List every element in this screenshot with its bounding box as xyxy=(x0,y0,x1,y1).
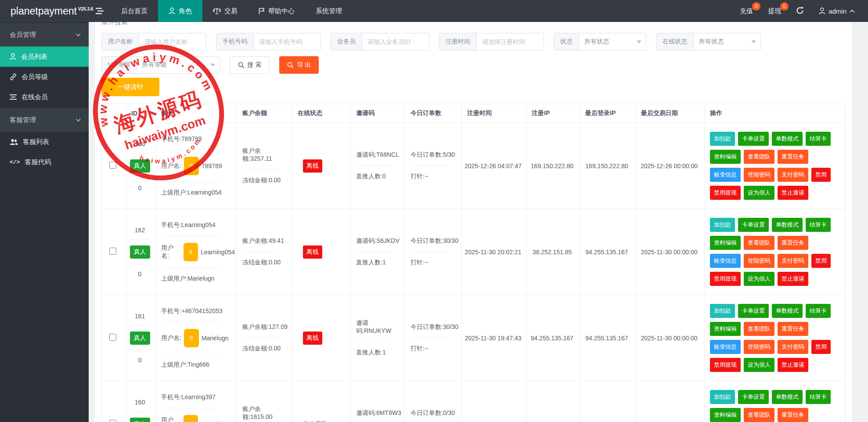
username-label: 用户名: xyxy=(161,334,181,342)
online-status: 从未登陆 xyxy=(303,420,328,422)
action-button[interactable]: 账变信息 xyxy=(710,168,741,182)
real-user-badge: 真人 xyxy=(130,159,150,173)
header-invite-code: 邀请码 xyxy=(351,104,405,123)
action-button[interactable]: 登陆密码 xyxy=(744,168,774,182)
refresh-icon xyxy=(796,7,804,14)
action-button[interactable]: 重置任务 xyxy=(778,236,808,250)
reg-time-input[interactable] xyxy=(477,33,544,50)
row-checkbox[interactable] xyxy=(109,162,116,169)
online-status-select[interactable]: 所有状态 xyxy=(694,33,760,50)
action-button[interactable]: 资料编辑 xyxy=(710,408,741,422)
refresh-button[interactable] xyxy=(796,7,804,16)
sidebar-item-service-list[interactable]: 客服列表 xyxy=(0,132,89,152)
action-button[interactable]: 账变信息 xyxy=(710,340,741,354)
admin-menu[interactable]: admin xyxy=(819,7,855,15)
action-button[interactable]: 禁用 xyxy=(811,340,831,354)
table-row: 160 真人 0 手机号:Learning397 用户名: 0 Learning… xyxy=(102,381,846,422)
topnav-item-trades[interactable]: 交易 xyxy=(202,0,248,22)
action-button[interactable]: 卡单设置 xyxy=(738,132,769,146)
phone-input[interactable] xyxy=(254,33,321,50)
topnav-item-system[interactable]: 系统管理 xyxy=(305,0,353,22)
search-button[interactable]: 搜 索 xyxy=(230,56,270,74)
sidebar-group-service-management[interactable]: 客服管理 xyxy=(0,108,89,132)
action-button[interactable]: 单数模式 xyxy=(772,218,803,232)
action-button[interactable]: 卡单设置 xyxy=(738,304,769,318)
action-button[interactable]: 设为假人 xyxy=(744,186,774,200)
sidebar-toggle-button[interactable] xyxy=(89,0,111,22)
action-button[interactable]: 账变信息 xyxy=(710,254,741,268)
action-button[interactable]: 结算卡 xyxy=(806,132,831,146)
action-button[interactable]: 卡单设置 xyxy=(738,218,769,232)
action-button[interactable]: 支付密码 xyxy=(778,254,808,268)
row-checkbox[interactable] xyxy=(109,248,116,255)
action-button[interactable]: 资料编辑 xyxy=(710,150,741,164)
action-button[interactable]: 卡单设置 xyxy=(738,390,769,404)
action-button[interactable]: 禁用提现 xyxy=(710,272,741,286)
action-button[interactable]: 单数模式 xyxy=(772,390,803,404)
action-button[interactable]: 禁止邀请 xyxy=(778,272,808,286)
action-button[interactable]: 重置任务 xyxy=(778,150,808,164)
frozen-amount: 冻结金额:0.00 xyxy=(242,259,290,267)
row-checkbox[interactable] xyxy=(109,420,116,422)
action-button[interactable]: 设为假人 xyxy=(744,272,774,286)
filter-status: 状态 所有状态 xyxy=(554,33,646,50)
clear-needle-button[interactable]: 一键清针 xyxy=(101,78,159,96)
account-balance: 账户余额:127.09 xyxy=(242,323,290,331)
last-trade-date: - xyxy=(636,381,705,422)
action-button[interactable]: 查看团队 xyxy=(744,150,774,164)
status-select[interactable]: 所有状态 xyxy=(579,33,646,50)
action-button[interactable]: 加扣款 xyxy=(710,218,735,232)
action-button[interactable]: 结算卡 xyxy=(806,390,831,404)
action-button[interactable]: 禁止邀请 xyxy=(778,358,808,372)
action-button[interactable]: 支付密码 xyxy=(778,340,808,354)
action-button[interactable]: 单数模式 xyxy=(772,304,803,318)
sidebar-item-member-level[interactable]: 会员等级 xyxy=(0,67,89,87)
filter-label: 状态 xyxy=(554,33,579,50)
action-button[interactable]: 查看团队 xyxy=(744,408,774,422)
action-button[interactable]: 支付密码 xyxy=(778,168,808,182)
row-checkbox[interactable] xyxy=(109,334,116,341)
agent-input[interactable] xyxy=(362,33,429,50)
vip-level-select[interactable]: 所有等级 xyxy=(137,57,220,73)
action-button[interactable]: 资料编辑 xyxy=(710,322,741,336)
row-actions: 加扣款卡单设置单数模式结算卡资料编辑查看团队重置任务账变信息登陆密码支付密码禁用… xyxy=(710,390,843,422)
sidebar-item-online-members[interactable]: 在线会员 xyxy=(0,87,89,107)
action-button[interactable]: 查看团队 xyxy=(744,236,774,250)
id-sub-value: 0 xyxy=(138,271,142,278)
action-button[interactable]: 查看团队 xyxy=(744,322,774,336)
topnav-item-help-center[interactable]: 帮助中心 xyxy=(248,0,305,22)
filter-username: 用户名称 xyxy=(101,33,206,50)
action-button[interactable]: 单数模式 xyxy=(772,132,803,146)
direct-referrals: 直推人数:1 xyxy=(356,259,403,267)
main-panel: 条件搜索 用户名称 手机号码 业务员 注册时间 状态 所有状态 在线状态 xyxy=(95,22,852,422)
topnav-item-roles[interactable]: 角色 xyxy=(158,0,202,22)
top-navbar: planetpaymentV25.3.6 后台首页 角色 交易 帮助中心 系统管… xyxy=(0,0,868,22)
action-button[interactable]: 禁用提现 xyxy=(710,186,741,200)
action-button[interactable]: 禁用 xyxy=(811,168,831,182)
recharge-link[interactable]: 充值 0 xyxy=(740,7,753,15)
action-button[interactable]: 结算卡 xyxy=(806,304,831,318)
sidebar-group-member-management[interactable]: 会员管理 xyxy=(0,23,89,47)
withdraw-link[interactable]: 提现 0 xyxy=(768,7,781,15)
action-button[interactable]: 重置任务 xyxy=(778,322,808,336)
action-button[interactable]: 登陆密码 xyxy=(744,254,774,268)
sidebar-item-service-code[interactable]: </> 客服代码 xyxy=(0,152,89,172)
action-button[interactable]: 设为假人 xyxy=(744,358,774,372)
table-header-row: ID 账号 账户余额 在线状态 邀请码 今日订单数 注册时间 注册IP 最后登录… xyxy=(102,104,846,123)
action-button[interactable]: 重置任务 xyxy=(778,408,808,422)
online-status: 离线 xyxy=(303,332,322,345)
action-button[interactable]: 加扣款 xyxy=(710,390,735,404)
action-button[interactable]: 加扣款 xyxy=(710,304,735,318)
topnav-item-dashboard[interactable]: 后台首页 xyxy=(111,0,158,22)
action-button[interactable]: 登陆密码 xyxy=(744,340,774,354)
member-id: 163 xyxy=(135,141,145,148)
action-button[interactable]: 禁用 xyxy=(811,254,831,268)
action-button[interactable]: 禁用提现 xyxy=(710,358,741,372)
export-button[interactable]: 导 出 xyxy=(279,56,319,74)
action-button[interactable]: 加扣款 xyxy=(710,132,735,146)
username-input[interactable] xyxy=(139,33,206,50)
action-button[interactable]: 资料编辑 xyxy=(710,236,741,250)
action-button[interactable]: 结算卡 xyxy=(806,218,831,232)
action-button[interactable]: 禁止邀请 xyxy=(778,186,808,200)
sidebar-item-member-list[interactable]: 会员列表 xyxy=(0,47,89,67)
